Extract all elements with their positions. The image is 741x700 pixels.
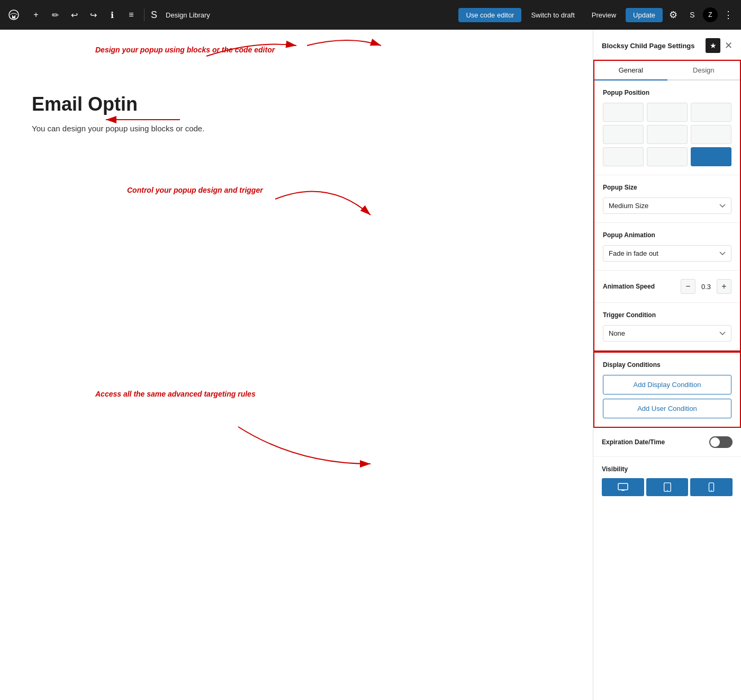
popup-position-label: Popup Position: [603, 89, 731, 96]
undo-button[interactable]: ↩: [66, 6, 83, 23]
sidebar-close-button[interactable]: ✕: [725, 40, 733, 51]
expiration-label: Expiration Date/Time: [602, 438, 665, 446]
popup-animation-label: Popup Animation: [603, 231, 731, 239]
sidebar-star-button[interactable]: ★: [706, 38, 720, 53]
main-layout: Design your popup using blocks or the co…: [0, 30, 741, 700]
display-conditions-section: Display Conditions Add Display Condition…: [593, 352, 741, 428]
preview-button[interactable]: Preview: [584, 8, 623, 22]
position-middle-right[interactable]: [691, 125, 731, 144]
popup-size-section: Popup Size Medium Size: [594, 175, 740, 223]
display-conditions-label: Display Conditions: [603, 361, 731, 369]
popup-animation-select[interactable]: Fade in fade out: [603, 245, 731, 262]
visibility-mobile-button[interactable]: [690, 478, 733, 496]
mobile-icon: [708, 482, 715, 492]
popup-size-label: Popup Size: [603, 184, 731, 191]
position-top-right[interactable]: [691, 103, 731, 122]
popup-position-section: Popup Position: [594, 80, 740, 175]
sidebar-tabs: General Design: [594, 61, 740, 80]
sidebar-title: Blocksy Child Page Settings: [602, 42, 695, 50]
trigger-condition-section: Trigger Condition None: [594, 303, 740, 351]
svg-rect-7: [618, 483, 628, 490]
add-block-button[interactable]: +: [28, 6, 44, 23]
zaraz-button[interactable]: Z: [703, 7, 718, 22]
settings-button[interactable]: ⚙: [665, 6, 682, 23]
position-top-center[interactable]: [647, 103, 688, 122]
popup-animation-section: Popup Animation Fade in fade out: [594, 223, 740, 271]
topbar-separator: [144, 8, 144, 21]
design-library-icon: S: [151, 10, 157, 21]
sidebar: Blocksy Child Page Settings ★ ✕ General …: [593, 30, 741, 700]
more-options-button[interactable]: ⋮: [720, 6, 737, 23]
info-button[interactable]: ℹ: [104, 6, 121, 23]
sidebar-header-actions: ★ ✕: [706, 38, 733, 53]
desktop-icon: [618, 483, 628, 491]
annotation-bottom: Access all the same advanced targeting r…: [95, 390, 256, 398]
page-title: Email Optin: [32, 93, 561, 115]
annotation-top: Design your popup using blocks or the co…: [95, 46, 275, 54]
animation-speed-label: Animation Speed: [603, 283, 676, 290]
sidebar-header: Blocksy Child Page Settings ★ ✕: [593, 30, 741, 60]
settings-top-section: General Design Popup Position: [593, 60, 741, 352]
tab-general[interactable]: General: [594, 61, 667, 80]
expiration-section: Expiration Date/Time: [593, 428, 741, 457]
speed-value: 0.3: [700, 283, 712, 291]
visibility-desktop-button[interactable]: [602, 478, 644, 496]
wp-logo: [4, 5, 23, 24]
visibility-label: Visibility: [602, 465, 733, 473]
update-button[interactable]: Update: [626, 8, 663, 22]
position-bottom-right[interactable]: [691, 147, 731, 166]
speed-decrease-button[interactable]: −: [681, 279, 695, 294]
visibility-tablet-button[interactable]: [646, 478, 689, 496]
svg-point-13: [711, 490, 712, 491]
position-bottom-center[interactable]: [647, 147, 688, 166]
use-code-editor-button[interactable]: Use code editor: [458, 8, 521, 22]
animation-speed-section: Animation Speed − 0.3 +: [594, 271, 740, 303]
speed-control: Animation Speed − 0.3 +: [603, 279, 731, 294]
tab-design[interactable]: Design: [667, 61, 740, 80]
position-top-left[interactable]: [603, 103, 644, 122]
trigger-condition-select[interactable]: None: [603, 325, 731, 342]
visibility-section: Visibility: [593, 457, 741, 505]
svg-point-11: [667, 490, 668, 491]
toggle-knob: [710, 437, 720, 447]
design-library-label: Design Library: [166, 11, 210, 19]
visibility-buttons: [602, 478, 733, 496]
add-display-condition-button[interactable]: Add Display Condition: [603, 375, 731, 394]
switch-to-draft-button[interactable]: Switch to draft: [523, 8, 582, 22]
position-grid: [603, 103, 731, 166]
popup-size-select[interactable]: Medium Size: [603, 198, 731, 214]
speed-increase-button[interactable]: +: [717, 279, 731, 294]
page-content: You can design your popup using blocks o…: [32, 124, 561, 133]
add-user-condition-button[interactable]: Add User Condition: [603, 399, 731, 418]
redo-button[interactable]: ↪: [85, 6, 102, 23]
position-middle-left[interactable]: [603, 125, 644, 144]
blocksy-button[interactable]: S: [684, 6, 701, 23]
list-view-button[interactable]: ≡: [123, 6, 140, 23]
tablet-icon: [663, 482, 672, 492]
edit-button[interactable]: ✏: [47, 6, 64, 23]
position-bottom-left[interactable]: [603, 147, 644, 166]
editor-area: Design your popup using blocks or the co…: [0, 30, 593, 700]
position-middle-center[interactable]: [647, 125, 688, 144]
trigger-condition-label: Trigger Condition: [603, 311, 731, 319]
annotation-middle: Control your popup design and trigger: [127, 186, 263, 194]
expiration-toggle[interactable]: [709, 436, 733, 448]
topbar: + ✏ ↩ ↪ ℹ ≡ S Design Library Use code ed…: [0, 0, 741, 30]
